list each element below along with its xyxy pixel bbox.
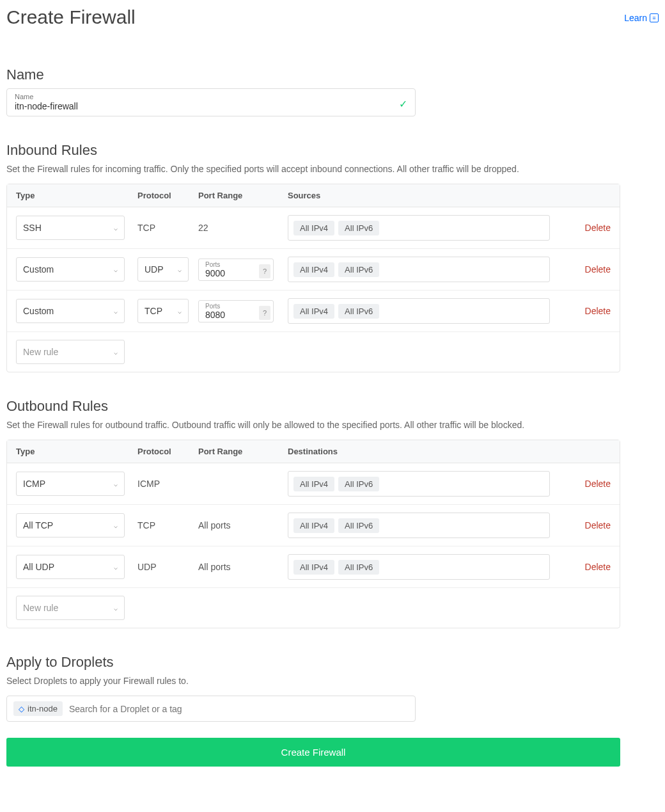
chevron-down-icon: ⌵ [114, 522, 118, 529]
type-select[interactable]: ICMP ⌵ [16, 472, 125, 496]
port-input[interactable] [205, 268, 256, 278]
col-type: Type [16, 191, 137, 200]
type-value: Custom [23, 264, 54, 275]
page-title: Create Firewall [6, 6, 136, 28]
col-port: Port Range [198, 447, 288, 456]
name-field-label: Name [15, 93, 409, 100]
port-input-container[interactable]: Ports ? [198, 259, 274, 281]
outbound-new-rule-row: New rule ⌵ [7, 588, 620, 628]
learn-icon: ≡ [650, 13, 659, 22]
delete-button[interactable]: Delete [559, 306, 611, 316]
dest-tag[interactable]: All IPv6 [338, 477, 379, 491]
chevron-down-icon: ⌵ [178, 308, 182, 315]
type-select[interactable]: Custom ⌵ [16, 299, 125, 323]
check-icon: ✓ [399, 98, 407, 110]
help-icon[interactable]: ? [259, 264, 270, 278]
protocol-value: UDP [145, 264, 164, 275]
new-rule-label: New rule [23, 347, 58, 357]
col-sources: Sources [288, 191, 611, 200]
protocol-value: TCP [145, 306, 162, 316]
outbound-desc: Set the Firewall rules for outbound traf… [6, 420, 659, 430]
droplet-search-input[interactable] [69, 704, 409, 714]
learn-label: Learn [624, 13, 647, 23]
protocol-value: TCP [137, 520, 155, 530]
help-icon[interactable]: ? [259, 306, 270, 320]
source-tag[interactable]: All IPv4 [293, 262, 334, 277]
sources-input[interactable]: All IPv4 All IPv6 [288, 215, 550, 241]
port-value: All ports [198, 520, 231, 530]
source-tag[interactable]: All IPv4 [293, 304, 334, 319]
protocol-value: UDP [137, 562, 157, 572]
type-select[interactable]: All TCP ⌵ [16, 513, 125, 537]
droplet-icon: ◇ [19, 705, 24, 713]
chevron-down-icon: ⌵ [114, 225, 118, 232]
type-select[interactable]: Custom ⌵ [16, 257, 125, 282]
outbound-row-icmp: ICMP ⌵ ICMP All IPv4 All IPv6 Delete [7, 463, 620, 505]
chevron-down-icon: ⌵ [114, 308, 118, 315]
delete-button[interactable]: Delete [559, 562, 611, 572]
delete-button[interactable]: Delete [559, 479, 611, 489]
col-protocol: Protocol [137, 191, 198, 200]
dest-tag[interactable]: All IPv4 [293, 477, 334, 491]
delete-button[interactable]: Delete [559, 223, 611, 233]
create-firewall-button[interactable]: Create Firewall [6, 738, 620, 767]
source-tag[interactable]: All IPv6 [338, 304, 379, 319]
protocol-select[interactable]: UDP ⌵ [137, 257, 189, 282]
port-input-container[interactable]: Ports ? [198, 300, 274, 322]
inbound-row-ssh: SSH ⌵ TCP 22 All IPv4 All IPv6 Delete [7, 207, 620, 249]
outbound-table: Type Protocol Port Range Destinations IC… [6, 440, 620, 628]
name-input-container[interactable]: Name ✓ [6, 88, 416, 116]
outbound-heading: Outbound Rules [6, 398, 659, 415]
new-rule-label: New rule [23, 603, 58, 613]
dest-tag[interactable]: All IPv4 [293, 518, 334, 533]
source-tag[interactable]: All IPv4 [293, 221, 334, 235]
col-destinations: Destinations [288, 447, 611, 456]
type-value: SSH [23, 223, 42, 233]
inbound-new-rule-row: New rule ⌵ [7, 332, 620, 372]
delete-button[interactable]: Delete [559, 520, 611, 530]
port-value: 22 [198, 223, 208, 233]
chevron-down-icon: ⌵ [114, 349, 118, 356]
type-select[interactable]: All UDP ⌵ [16, 555, 125, 579]
chevron-down-icon: ⌵ [114, 481, 118, 488]
col-type: Type [16, 447, 137, 456]
droplet-search-container[interactable]: ◇ itn-node [6, 696, 416, 722]
outbound-row-all-udp: All UDP ⌵ UDP All ports All IPv4 All IPv… [7, 546, 620, 588]
protocol-value: TCP [137, 223, 155, 233]
droplet-tag[interactable]: ◇ itn-node [13, 701, 63, 716]
type-value: All TCP [23, 520, 53, 530]
inbound-desc: Set the Firewall rules for incoming traf… [6, 164, 659, 174]
protocol-select[interactable]: TCP ⌵ [137, 299, 189, 323]
dest-tag[interactable]: All IPv6 [338, 560, 379, 575]
chevron-down-icon: ⌵ [114, 564, 118, 571]
inbound-table: Type Protocol Port Range Sources SSH ⌵ T… [6, 184, 620, 372]
inbound-row-custom-tcp: Custom ⌵ TCP ⌵ Ports ? All IPv4 All IPv6… [7, 291, 620, 332]
destinations-input[interactable]: All IPv4 All IPv6 [288, 554, 550, 580]
type-value: ICMP [23, 479, 45, 489]
destinations-input[interactable]: All IPv4 All IPv6 [288, 471, 550, 497]
dest-tag[interactable]: All IPv6 [338, 518, 379, 533]
type-select[interactable]: SSH ⌵ [16, 216, 125, 240]
sources-input[interactable]: All IPv4 All IPv6 [288, 298, 550, 324]
droplets-desc: Select Droplets to apply your Firewall r… [6, 676, 659, 686]
type-value: Custom [23, 306, 54, 316]
source-tag[interactable]: All IPv6 [338, 262, 379, 277]
source-tag[interactable]: All IPv6 [338, 221, 379, 235]
destinations-input[interactable]: All IPv4 All IPv6 [288, 513, 550, 538]
new-rule-select[interactable]: New rule ⌵ [16, 340, 125, 364]
delete-button[interactable]: Delete [559, 264, 611, 275]
dest-tag[interactable]: All IPv4 [293, 560, 334, 575]
chevron-down-icon: ⌵ [178, 266, 182, 273]
port-value: All ports [198, 562, 231, 572]
chevron-down-icon: ⌵ [114, 605, 118, 612]
droplets-heading: Apply to Droplets [6, 654, 659, 671]
name-input[interactable] [15, 101, 389, 111]
learn-link[interactable]: Learn ≡ [624, 13, 659, 23]
inbound-heading: Inbound Rules [6, 142, 659, 159]
new-rule-select[interactable]: New rule ⌵ [16, 596, 125, 620]
type-value: All UDP [23, 562, 54, 572]
name-heading: Name [6, 67, 659, 83]
col-port: Port Range [198, 191, 288, 200]
port-input[interactable] [205, 310, 256, 320]
sources-input[interactable]: All IPv4 All IPv6 [288, 257, 550, 282]
